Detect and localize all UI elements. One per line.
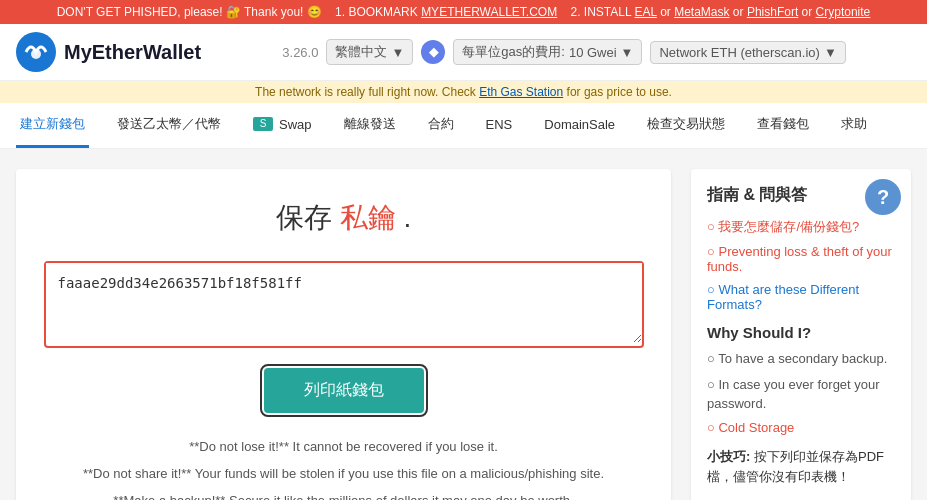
- title-highlight: 私鑰: [340, 202, 396, 233]
- logo-text: MyEtherWallet: [64, 41, 201, 64]
- private-key-container: [44, 261, 644, 348]
- network-selector[interactable]: Network ETH (etherscan.io) ▼: [650, 41, 845, 64]
- gas-value: 10 Gwei: [569, 45, 617, 60]
- question-mark-icon: ?: [865, 179, 901, 215]
- nav-label-create: 建立新錢包: [20, 115, 85, 133]
- nav-item-help[interactable]: 求助: [837, 103, 871, 148]
- lang-dropdown-icon: ▼: [391, 45, 404, 60]
- svg-point-1: [31, 49, 41, 59]
- warning-text-3: **Make a backup!** Secure it like the mi…: [36, 491, 651, 500]
- phishing-bookmark-label: 1. BOOKMARK: [335, 5, 418, 19]
- sidebar-link-formats[interactable]: What are these Different Formats?: [707, 282, 895, 312]
- nav-label-contract: 合約: [428, 115, 454, 133]
- sidebar: ? 指南 & 問與答 我要怎麼儲存/備份錢包? Preventing loss …: [691, 169, 911, 500]
- network-dropdown-icon: ▼: [824, 45, 837, 60]
- sidebar-link-loss-theft[interactable]: Preventing loss & theft of your funds.: [707, 244, 895, 274]
- nav-bar: 建立新錢包 發送乙太幣／代幣 S Swap 離線發送 合約 ENS Domain…: [0, 103, 927, 149]
- eth-icon: ◆: [421, 40, 445, 64]
- network-warn-text1: The network is really full right now. Ch…: [255, 85, 476, 99]
- nav-label-ens: ENS: [486, 117, 513, 132]
- gas-info: 每單位gas的費用: 10 Gwei ▼: [453, 39, 642, 65]
- myetherwallet-link[interactable]: MYETHERWALLET.COM: [421, 5, 557, 19]
- phishing-install-label: 2. INSTALL: [571, 5, 632, 19]
- warning-texts: **Do not lose it!** It cannot be recover…: [36, 437, 651, 500]
- nav-label-domainsale: DomainSale: [544, 117, 615, 132]
- main-layout: 保存 私鑰 . 列印紙錢包 **Do not lose it!** It can…: [0, 149, 927, 500]
- nav-item-offline[interactable]: 離線發送: [340, 103, 400, 148]
- language-selector[interactable]: 繁體中文 ▼: [326, 39, 413, 65]
- tip-title: 小技巧:: [707, 449, 750, 464]
- sidebar-tip: 小技巧: 按下列印並保存為PDF檔，儘管你沒有印表機！: [707, 447, 895, 489]
- content-area: 保存 私鑰 . 列印紙錢包 **Do not lose it!** It can…: [16, 169, 671, 500]
- nav-label-swap: Swap: [279, 117, 312, 132]
- nav-label-offline: 離線發送: [344, 115, 396, 133]
- nav-item-create-wallet[interactable]: 建立新錢包: [16, 103, 89, 148]
- nav-label-view-wallet: 查看錢包: [757, 115, 809, 133]
- title-prefix: 保存: [276, 202, 332, 233]
- warning-text-2: **Do not share it!** Your funds will be …: [36, 464, 651, 485]
- header-center: 3.26.0 繁體中文 ▼ ◆ 每單位gas的費用: 10 Gwei ▼ Net…: [217, 39, 911, 65]
- nav-label-help: 求助: [841, 115, 867, 133]
- nav-item-domainsale[interactable]: DomainSale: [540, 103, 619, 148]
- title-suffix: .: [403, 202, 411, 233]
- sidebar-cold-storage-link[interactable]: Cold Storage: [707, 420, 895, 435]
- phishfort-link[interactable]: PhishFort: [747, 5, 798, 19]
- nav-label-check-tx: 檢查交易狀態: [647, 115, 725, 133]
- print-button[interactable]: 列印紙錢包: [264, 368, 424, 413]
- phishing-text: DON'T GET PHISHED, please! 🔐 Thank you! …: [57, 5, 322, 19]
- print-button-area: 列印紙錢包: [36, 368, 651, 437]
- network-label: Network ETH (etherscan.io): [659, 45, 819, 60]
- mew-logo-icon: [16, 32, 56, 72]
- nav-item-send[interactable]: 發送乙太幣／代幣: [113, 103, 225, 148]
- version-text: 3.26.0: [282, 45, 318, 60]
- metamask-link[interactable]: MetaMask: [674, 5, 729, 19]
- cryptonite-link[interactable]: Cryptonite: [816, 5, 871, 19]
- lang-text: 繁體中文: [335, 43, 387, 61]
- nav-item-ens[interactable]: ENS: [482, 103, 517, 148]
- nav-item-contract[interactable]: 合約: [424, 103, 458, 148]
- gas-label: 每單位gas的費用:: [462, 43, 565, 61]
- eth-gas-station-link[interactable]: Eth Gas Station: [479, 85, 563, 99]
- page-title: 保存 私鑰 .: [36, 199, 651, 237]
- sidebar-card: ? 指南 & 問與答 我要怎麼儲存/備份錢包? Preventing loss …: [691, 169, 911, 500]
- private-key-input[interactable]: [46, 263, 642, 343]
- network-warn-text2: for gas price to use.: [567, 85, 672, 99]
- header: MyEtherWallet 3.26.0 繁體中文 ▼ ◆ 每單位gas的費用:…: [0, 24, 927, 81]
- swap-icon: S: [253, 117, 273, 131]
- nav-item-check-tx[interactable]: 檢查交易狀態: [643, 103, 729, 148]
- warning-text-1: **Do not lose it!** It cannot be recover…: [36, 437, 651, 458]
- phishing-warning-bar: DON'T GET PHISHED, please! 🔐 Thank you! …: [0, 0, 927, 24]
- nav-item-view-wallet[interactable]: 查看錢包: [753, 103, 813, 148]
- sidebar-why-item-1: To have a secondary backup.: [707, 349, 895, 369]
- nav-item-swap[interactable]: S Swap: [249, 103, 316, 148]
- logo-area: MyEtherWallet: [16, 32, 201, 72]
- why-should-i-title: Why Should I?: [707, 324, 895, 341]
- sidebar-link-backup[interactable]: 我要怎麼儲存/備份錢包?: [707, 218, 895, 236]
- network-warning-bar: The network is really full right now. Ch…: [0, 81, 927, 103]
- sidebar-why-item-2: In case you ever forget your password.: [707, 375, 895, 414]
- nav-label-send: 發送乙太幣／代幣: [117, 115, 221, 133]
- gas-dropdown-icon: ▼: [621, 45, 634, 60]
- eal-link[interactable]: EAL: [635, 5, 657, 19]
